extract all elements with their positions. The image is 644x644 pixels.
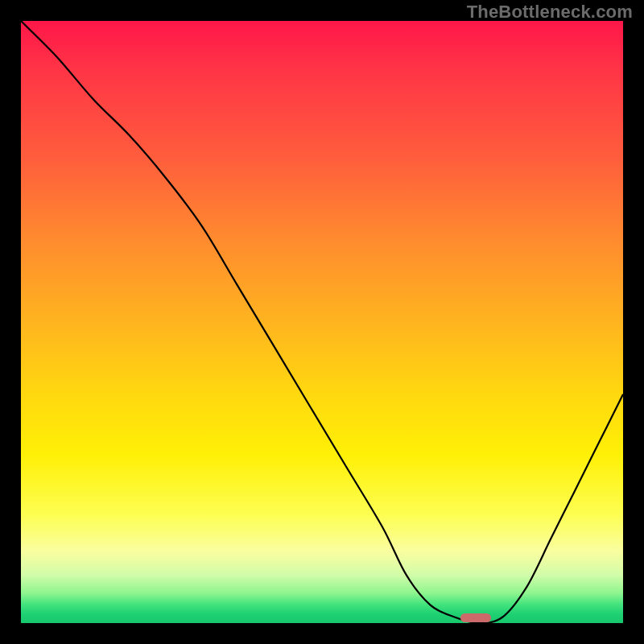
optimum-marker	[460, 613, 491, 622]
bottleneck-curve	[21, 21, 623, 623]
curve-path	[21, 21, 623, 623]
chart-container: TheBottleneck.com	[0, 0, 644, 644]
watermark-text: TheBottleneck.com	[467, 2, 633, 23]
plot-area	[21, 21, 623, 623]
